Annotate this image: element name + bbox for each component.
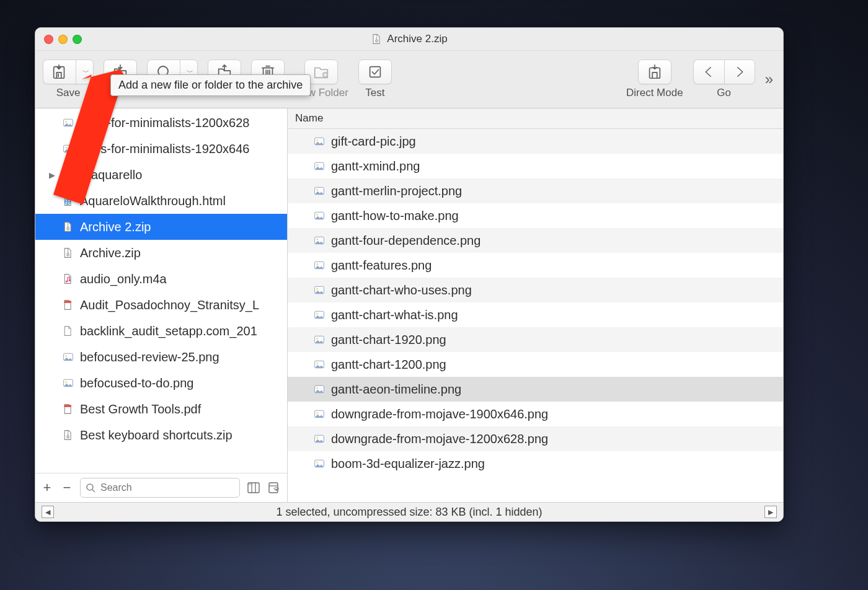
status-bar: ◀ 1 selected, uncompressed size: 83 KB (… — [35, 502, 783, 521]
traffic-lights — [35, 35, 82, 44]
file-name: gantt-xmind.png — [331, 159, 420, 174]
file-row[interactable]: downgrade-from-mojave-1900x646.png — [288, 402, 783, 426]
sidebar-item-label: Archive.zip — [80, 246, 141, 260]
go-back-button[interactable] — [693, 59, 724, 84]
file-icon — [314, 260, 325, 271]
file-icon — [63, 273, 74, 284]
sidebar-item[interactable]: befocused-review-25.png — [35, 344, 287, 370]
direct-mode-label: Direct Mode — [626, 87, 683, 99]
file-name: gantt-how-to-make.png — [331, 209, 459, 223]
sidebar-add-button[interactable]: + — [40, 480, 54, 496]
file-row[interactable]: gantt-xmind.png — [288, 154, 783, 178]
save-button[interactable] — [43, 59, 76, 84]
file-name: gantt-four-dependence.png — [331, 234, 480, 248]
file-icon — [314, 136, 325, 147]
search-input[interactable] — [99, 482, 234, 494]
save-menu-button[interactable]: ﹀ — [76, 59, 94, 84]
sidebar: apps-for-minimalists-1200x628apps-for-mi… — [35, 108, 288, 502]
sidebar-item[interactable]: backlink_audit_setapp.com_201 — [35, 318, 287, 344]
sidebar-item-label: Archive 2.zip — [80, 220, 151, 234]
file-icon — [314, 161, 325, 172]
sidebar-item-label: Best Growth Tools.pdf — [80, 402, 201, 416]
file-icon — [63, 351, 74, 363]
file-icon — [63, 429, 74, 441]
sidebar-item-label: apps-for-minimalists-1200x628 — [80, 116, 249, 130]
test-button[interactable] — [358, 59, 392, 84]
file-name: gantt-aeon-timeline.png — [331, 382, 461, 397]
minimize-window-button[interactable] — [58, 35, 68, 44]
file-name: gantt-merlin-project.png — [331, 184, 462, 198]
sidebar-item-label: aquarello — [91, 168, 142, 182]
file-row[interactable]: boom-3d-equalizer-jazz.png — [288, 451, 783, 476]
file-row[interactable]: downgrade-from-mojave-1200x628.png — [288, 426, 783, 451]
file-rows[interactable]: gift-card-pic.jpggantt-xmind.pnggantt-me… — [288, 129, 783, 502]
sidebar-item[interactable]: audio_only.m4a — [35, 266, 287, 292]
file-row[interactable]: gantt-chart-1920.png — [288, 327, 783, 352]
sidebar-item-label: Best keyboard shortcuts.zip — [80, 428, 232, 442]
sidebar-item[interactable]: Best Growth Tools.pdf — [35, 396, 287, 422]
search-icon — [86, 483, 95, 493]
file-row[interactable]: gantt-four-dependence.png — [288, 228, 783, 253]
file-row[interactable]: gantt-aeon-timeline.png — [288, 377, 783, 402]
file-name: downgrade-from-mojave-1900x646.png — [331, 407, 548, 421]
sidebar-list[interactable]: apps-for-minimalists-1200x628apps-for-mi… — [35, 108, 287, 473]
file-icon — [314, 235, 325, 246]
preview-toggle-button[interactable] — [267, 481, 282, 495]
sidebar-item[interactable]: befocused-to-do.png — [35, 370, 287, 396]
file-row[interactable]: gantt-merlin-project.png — [288, 178, 783, 203]
file-name: gantt-chart-1200.png — [331, 358, 446, 372]
sidebar-item[interactable]: Best keyboard shortcuts.zip — [35, 422, 287, 448]
file-row[interactable]: gantt-chart-who-uses.png — [288, 278, 783, 302]
column-header-name[interactable]: Name — [288, 108, 783, 129]
add-tooltip: Add a new file or folder to the archive — [110, 74, 311, 96]
sidebar-item[interactable]: Archive.zip — [35, 240, 287, 266]
sidebar-item[interactable]: apps-for-minimalists-1200x628 — [35, 110, 287, 136]
file-icon — [314, 408, 325, 420]
sidebar-item-label: backlink_audit_setapp.com_201 — [80, 324, 257, 338]
sidebar-item[interactable]: ▶aquarello — [35, 162, 287, 188]
go-forward-button[interactable] — [724, 59, 755, 84]
file-icon — [314, 309, 325, 320]
titlebar: Archive 2.zip — [35, 28, 783, 51]
file-row[interactable]: gift-card-pic.jpg — [288, 129, 783, 154]
file-row[interactable]: gantt-features.png — [288, 253, 783, 278]
file-icon — [63, 403, 74, 415]
file-icon — [63, 325, 74, 337]
sidebar-item-label: befocused-review-25.png — [80, 350, 219, 364]
sidebar-remove-button[interactable]: − — [60, 480, 74, 496]
columns-toggle-button[interactable] — [246, 481, 261, 495]
file-row[interactable]: gantt-how-to-make.png — [288, 203, 783, 228]
sidebar-item[interactable]: Archive 2.zip — [35, 214, 287, 240]
sidebar-item[interactable]: apps-for-minimalists-1920x646 — [35, 136, 287, 162]
zoom-window-button[interactable] — [73, 35, 82, 44]
file-name: gantt-features.png — [331, 258, 432, 273]
file-icon — [314, 185, 325, 196]
close-window-button[interactable] — [44, 35, 53, 44]
sidebar-item-label: audio_only.m4a — [80, 272, 167, 286]
sidebar-bottom-bar: + − — [35, 473, 287, 502]
search-field-wrap — [80, 478, 240, 498]
window-body: apps-for-minimalists-1200x628apps-for-mi… — [35, 108, 783, 502]
file-name: gantt-chart-who-uses.png — [331, 283, 472, 297]
disclosure-triangle-icon[interactable]: ▶ — [48, 170, 56, 180]
file-name: gift-card-pic.jpg — [331, 134, 416, 149]
toolbar-overflow-button[interactable]: » — [765, 71, 776, 88]
direct-mode-button[interactable] — [638, 59, 671, 84]
file-icon — [314, 433, 325, 444]
file-icon — [63, 143, 74, 154]
window-title: Archive 2.zip — [387, 33, 447, 45]
status-left-disclosure[interactable]: ◀ — [42, 506, 54, 518]
sidebar-item-label: AquareloWalkthrough.html — [80, 194, 226, 208]
sidebar-item[interactable]: AquareloWalkthrough.html — [35, 188, 287, 214]
window-title-icon — [371, 33, 382, 45]
sidebar-item-label: befocused-to-do.png — [80, 376, 193, 390]
sidebar-item[interactable]: Audit_Posadochnoy_Stranitsy_L — [35, 292, 287, 318]
go-label: Go — [717, 87, 731, 99]
file-row[interactable]: gantt-chart-what-is.png — [288, 302, 783, 327]
file-icon — [63, 221, 74, 232]
file-name: boom-3d-equalizer-jazz.png — [331, 457, 485, 471]
file-name: downgrade-from-mojave-1200x628.png — [331, 432, 548, 446]
status-right-disclosure[interactable]: ▶ — [764, 506, 777, 518]
file-row[interactable]: gantt-chart-1200.png — [288, 352, 783, 377]
sidebar-item-label: Audit_Posadochnoy_Stranitsy_L — [80, 298, 259, 312]
